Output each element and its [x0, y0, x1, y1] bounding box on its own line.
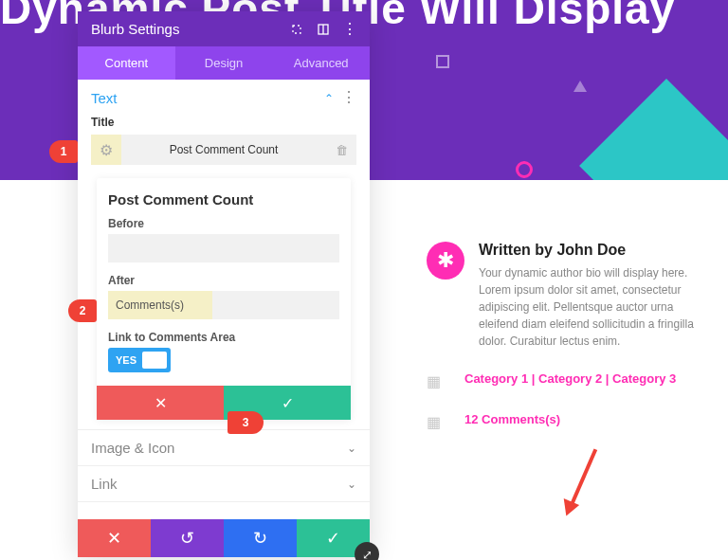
tab-design[interactable]: Design	[175, 46, 273, 80]
tab-advanced[interactable]: Advanced	[272, 46, 370, 80]
grid-icon: ▦	[427, 372, 449, 390]
author-name: Written by John Doe	[479, 242, 701, 259]
categories-text[interactable]: Category 1 | Category 2 | Category 3	[464, 370, 676, 388]
link-comments-label: Link to Comments Area	[108, 331, 339, 344]
before-input[interactable]	[108, 234, 339, 262]
subpanel-heading: Post Comment Count	[108, 191, 339, 208]
after-input[interactable]	[108, 291, 339, 319]
chevron-down-icon: ⌄	[347, 478, 356, 491]
comments-row: ▦ 12 Comments(s)	[427, 411, 701, 431]
chevron-down-icon: ⌄	[347, 442, 356, 455]
section-image-icon[interactable]: Image & Icon ⌄	[78, 430, 370, 466]
section-link[interactable]: Link ⌄	[78, 466, 370, 502]
title-field-row: ⚙ Post Comment Count 🗑	[91, 135, 356, 165]
pink-circle-shape	[516, 161, 533, 178]
header-icons: ⋮	[290, 23, 356, 36]
panel-title: Blurb Settings	[91, 21, 179, 37]
fullscreen-icon[interactable]	[290, 23, 303, 36]
categories-row: ▦ Category 1 | Category 2 | Category 3	[427, 370, 701, 390]
panel-bottom-actions: ✕ ↺ ↻ ✓	[78, 519, 370, 557]
link-comments-toggle[interactable]: YES	[108, 348, 171, 372]
section-text-label: Text	[91, 90, 118, 106]
author-bio: Your dynamic author bio will display her…	[479, 264, 701, 350]
callout-marker-2: 2	[68, 299, 97, 322]
subpanel-cancel-button[interactable]: ✕	[97, 386, 224, 420]
gear-icon[interactable]: ⚙	[91, 135, 121, 165]
after-label: After	[108, 274, 339, 287]
settings-panel: Blurb Settings ⋮ Content Design Advanced…	[78, 11, 370, 557]
columns-icon[interactable]	[317, 23, 330, 36]
preview-column: ✱ Written by John Doe Your dynamic autho…	[427, 242, 701, 431]
undo-button[interactable]: ↺	[151, 519, 224, 557]
chevron-up-icon: ⌃	[324, 92, 334, 105]
avatar: ✱	[427, 242, 464, 280]
grid-icon: ▦	[427, 413, 449, 431]
redo-button[interactable]: ↻	[224, 519, 297, 557]
toggle-knob	[142, 352, 167, 369]
section-more-icon[interactable]: ⋮	[341, 89, 356, 105]
toggle-text: YES	[116, 354, 136, 366]
expand-icon[interactable]: ⤢	[355, 542, 379, 560]
comments-text[interactable]: 12 Comments(s)	[464, 411, 560, 428]
section-image-icon-label: Image & Icon	[91, 440, 174, 456]
callout-marker-1: 1	[49, 140, 78, 163]
discard-button[interactable]: ✕	[78, 519, 151, 557]
panel-tabs: Content Design Advanced	[78, 46, 370, 80]
trash-icon[interactable]: 🗑	[326, 143, 356, 157]
tab-content[interactable]: Content	[78, 46, 175, 80]
dynamic-content-subpanel: Post Comment Count Before After Link to …	[97, 178, 351, 420]
callout-marker-3: 3	[228, 411, 264, 434]
title-field-value[interactable]: Post Comment Count	[121, 135, 326, 165]
square-shape	[436, 55, 449, 68]
subpanel-actions: ✕ ✓	[97, 386, 351, 420]
section-text: Text ⌃⋮ Title ⚙ Post Comment Count 🗑 Pos…	[78, 80, 370, 430]
svg-rect-0	[293, 26, 300, 33]
triangle-shape	[573, 81, 587, 92]
title-field-label: Title	[91, 116, 356, 129]
section-link-label: Link	[91, 476, 118, 492]
panel-header: Blurb Settings ⋮	[78, 11, 370, 46]
more-icon[interactable]: ⋮	[343, 23, 356, 36]
before-label: Before	[108, 217, 339, 230]
section-text-header[interactable]: Text ⌃⋮	[91, 89, 356, 106]
